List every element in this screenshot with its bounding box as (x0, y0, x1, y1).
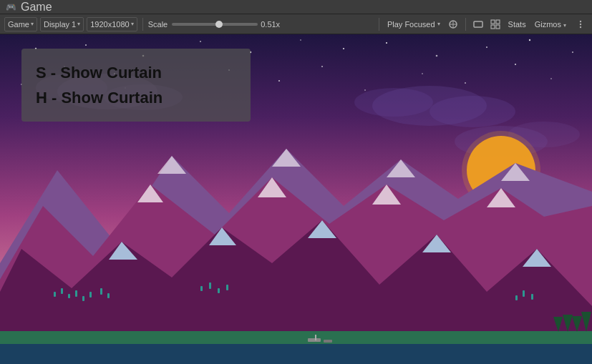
svg-rect-67 (89, 292, 92, 297)
aspect-ratio-icon-button[interactable] (471, 17, 485, 31)
svg-rect-70 (200, 286, 203, 291)
svg-rect-73 (226, 285, 228, 290)
svg-rect-63 (61, 288, 63, 294)
svg-rect-7 (496, 25, 500, 29)
svg-point-29 (515, 64, 516, 65)
separator-3 (465, 18, 466, 31)
game-chevron-icon: ▾ (31, 21, 34, 27)
svg-rect-72 (218, 288, 220, 293)
svg-point-8 (580, 20, 581, 21)
curtain-line-1: S - Show Curtain (36, 60, 236, 85)
svg-point-13 (85, 44, 87, 46)
game-icon: 🎮 (6, 2, 16, 12)
svg-point-32 (278, 80, 280, 82)
svg-rect-64 (68, 294, 70, 298)
svg-point-40 (354, 88, 433, 117)
resolution-chevron-icon: ▾ (131, 21, 134, 27)
game-view: S - Show Curtain H - Show Curtain (0, 34, 592, 364)
separator-1 (142, 18, 143, 31)
svg-rect-86 (324, 340, 332, 343)
svg-rect-5 (496, 20, 500, 24)
play-focused-chevron-icon: ▾ (437, 21, 440, 27)
curtain-overlay: S - Show Curtain H - Show Curtain (21, 49, 251, 122)
svg-rect-75 (523, 290, 525, 297)
svg-rect-3 (474, 21, 482, 27)
scale-value: 0.51x (261, 20, 280, 29)
scale-area: Scale 0.51x (148, 20, 374, 29)
more-options-icon[interactable] (573, 17, 588, 31)
svg-point-10 (580, 26, 581, 27)
svg-rect-68 (100, 288, 102, 295)
svg-point-20 (436, 55, 438, 57)
svg-rect-76 (531, 294, 533, 300)
bug-icon-button[interactable] (446, 17, 460, 31)
svg-rect-69 (107, 293, 110, 298)
svg-rect-84 (308, 338, 321, 342)
title-label: Game (21, 1, 52, 14)
game-dropdown[interactable]: Game ▾ (4, 17, 37, 31)
gizmos-chevron-icon: ▾ (563, 22, 566, 29)
svg-rect-71 (209, 282, 211, 289)
svg-point-23 (572, 51, 573, 53)
stats-button[interactable]: Stats (505, 19, 529, 30)
title-bar: 🎮 Game (0, 0, 592, 14)
svg-point-15 (200, 41, 201, 42)
resolution-dropdown[interactable]: 1920x1080 ▾ (87, 17, 137, 31)
svg-point-21 (486, 46, 487, 48)
svg-point-34 (465, 82, 466, 84)
svg-point-9 (580, 23, 581, 24)
svg-point-33 (364, 89, 366, 91)
svg-point-18 (343, 48, 344, 49)
svg-point-19 (386, 42, 387, 44)
svg-rect-85 (315, 335, 316, 340)
curtain-line-2: H - Show Curtain (36, 85, 236, 110)
svg-point-22 (529, 39, 530, 41)
svg-rect-74 (515, 295, 518, 300)
svg-rect-4 (491, 20, 495, 24)
display-dropdown[interactable]: Display 1 ▾ (40, 17, 84, 31)
svg-point-35 (550, 78, 552, 79)
svg-point-27 (321, 66, 323, 67)
scale-label: Scale (148, 20, 168, 29)
grid-icon-button[interactable] (488, 17, 503, 31)
svg-rect-65 (75, 290, 77, 297)
scale-slider[interactable] (172, 23, 258, 26)
svg-rect-79 (0, 331, 592, 344)
svg-point-41 (430, 96, 515, 127)
scale-thumb (215, 21, 223, 28)
gizmos-button[interactable]: Gizmos ▾ (532, 19, 569, 30)
svg-point-17 (300, 39, 301, 41)
svg-rect-62 (54, 292, 56, 297)
svg-rect-6 (491, 25, 495, 29)
separator-2 (379, 18, 379, 31)
svg-rect-66 (82, 296, 84, 301)
toolbar: Game ▾ Display 1 ▾ 1920x1080 ▾ Scale 0.5… (0, 14, 592, 34)
play-focused-label: Play Focused (387, 20, 435, 29)
svg-point-28 (422, 73, 423, 74)
play-focused-button[interactable]: Play Focused ▾ (384, 19, 443, 30)
display-chevron-icon: ▾ (77, 21, 80, 27)
